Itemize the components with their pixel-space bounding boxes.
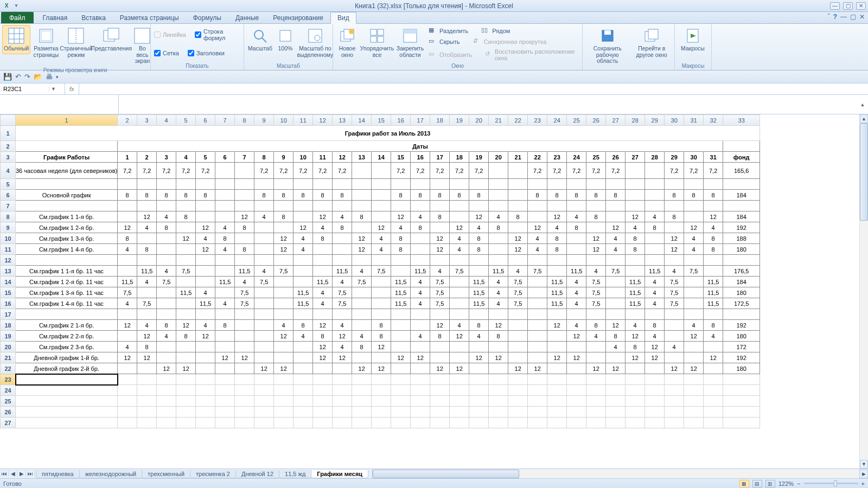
cell[interactable]: 28: [645, 152, 665, 163]
cell[interactable]: [313, 309, 333, 320]
cell[interactable]: 4: [704, 331, 723, 342]
cell[interactable]: 7,5: [118, 287, 137, 298]
cell[interactable]: 7,2: [137, 163, 157, 179]
cell[interactable]: 4: [626, 320, 645, 331]
cell[interactable]: [547, 385, 567, 396]
cell[interactable]: [313, 266, 333, 277]
cell[interactable]: 12: [176, 320, 196, 331]
cell[interactable]: [235, 320, 254, 331]
cell[interactable]: [137, 363, 157, 374]
cell[interactable]: 8: [665, 211, 684, 222]
cell[interactable]: [118, 396, 137, 407]
column-header[interactable]: 26: [586, 115, 606, 126]
cell[interactable]: [352, 287, 372, 298]
cell[interactable]: [430, 255, 450, 266]
cell[interactable]: [645, 190, 665, 201]
cell[interactable]: 4: [137, 222, 157, 233]
name-box-dropdown-icon[interactable]: ▼: [49, 86, 58, 92]
cell[interactable]: 4: [157, 266, 176, 277]
cell[interactable]: 7,2: [567, 163, 586, 179]
cell[interactable]: [626, 407, 645, 418]
minimize-ribbon-icon[interactable]: ˆ: [828, 13, 830, 21]
cell[interactable]: Даты: [118, 141, 723, 152]
cell[interactable]: [567, 418, 586, 428]
cell[interactable]: [274, 352, 293, 363]
cell[interactable]: [645, 396, 665, 407]
cell[interactable]: 7,5: [333, 287, 352, 298]
cell[interactable]: [157, 244, 176, 255]
cell[interactable]: 12: [313, 211, 333, 222]
column-header[interactable]: 15: [372, 115, 391, 126]
cell[interactable]: [274, 385, 293, 396]
cell[interactable]: [235, 190, 254, 201]
cell[interactable]: 11,5: [118, 277, 137, 287]
cell[interactable]: 165,6: [723, 163, 760, 179]
cell[interactable]: [704, 396, 723, 407]
cell[interactable]: [450, 342, 469, 352]
cell[interactable]: [196, 407, 215, 418]
cell[interactable]: [450, 352, 469, 363]
cell[interactable]: [547, 418, 567, 428]
cell[interactable]: [157, 342, 176, 352]
cell[interactable]: 12: [137, 331, 157, 342]
cell[interactable]: 7,5: [528, 266, 547, 277]
cell[interactable]: [489, 342, 508, 352]
cell[interactable]: 8: [430, 331, 450, 342]
cell[interactable]: 8: [157, 190, 176, 201]
cell[interactable]: 7,5: [508, 298, 528, 309]
cell[interactable]: [372, 298, 391, 309]
select-all-corner[interactable]: [1, 115, 16, 126]
cell[interactable]: [430, 407, 450, 418]
cell[interactable]: 11,5: [391, 298, 411, 309]
cell[interactable]: 31: [704, 152, 723, 163]
cell[interactable]: [469, 342, 489, 352]
cell[interactable]: 4: [411, 277, 430, 287]
cell[interactable]: [137, 179, 157, 190]
cell[interactable]: 184: [723, 211, 760, 222]
save-icon[interactable]: 💾: [3, 73, 12, 81]
tab-page-layout[interactable]: Разметка страницы: [113, 12, 186, 23]
row-header[interactable]: 27: [1, 418, 16, 428]
cell[interactable]: 4: [606, 233, 626, 244]
cell[interactable]: [235, 309, 254, 320]
cell[interactable]: [118, 255, 137, 266]
cell[interactable]: [489, 179, 508, 190]
cell[interactable]: 7,5: [235, 298, 254, 309]
column-header[interactable]: 9: [254, 115, 274, 126]
cell[interactable]: 8: [665, 190, 684, 201]
cell[interactable]: [235, 179, 254, 190]
cell[interactable]: 8: [176, 331, 196, 342]
cell[interactable]: [235, 255, 254, 266]
cell[interactable]: 12: [430, 244, 450, 255]
cell[interactable]: [372, 309, 391, 320]
cell[interactable]: [567, 255, 586, 266]
column-header[interactable]: 2: [118, 115, 137, 126]
cell[interactable]: [16, 309, 118, 320]
cell[interactable]: [137, 407, 157, 418]
cell[interactable]: 12: [665, 244, 684, 255]
cell[interactable]: [606, 407, 626, 418]
cell[interactable]: [450, 385, 469, 396]
cell[interactable]: См.график 1 2-я бр.: [16, 222, 118, 233]
cell[interactable]: [411, 320, 430, 331]
cell[interactable]: [704, 266, 723, 277]
cell[interactable]: [254, 407, 274, 418]
cell[interactable]: [254, 309, 274, 320]
zoom-slider[interactable]: [804, 483, 858, 484]
cell[interactable]: [313, 201, 333, 211]
cell[interactable]: [606, 352, 626, 363]
cell[interactable]: 24: [567, 152, 586, 163]
cell[interactable]: 7,5: [508, 277, 528, 287]
cell[interactable]: [235, 396, 254, 407]
cell[interactable]: [665, 396, 684, 407]
cell[interactable]: 4: [372, 233, 391, 244]
cell[interactable]: 11,5: [235, 266, 254, 277]
tab-view[interactable]: Вид: [330, 12, 356, 24]
cell[interactable]: 11,5: [469, 277, 489, 287]
cell[interactable]: 12: [586, 233, 606, 244]
row-header[interactable]: 26: [1, 407, 16, 418]
cell[interactable]: [704, 374, 723, 385]
cell[interactable]: [528, 309, 547, 320]
cell[interactable]: [665, 222, 684, 233]
cell[interactable]: 4: [157, 331, 176, 342]
